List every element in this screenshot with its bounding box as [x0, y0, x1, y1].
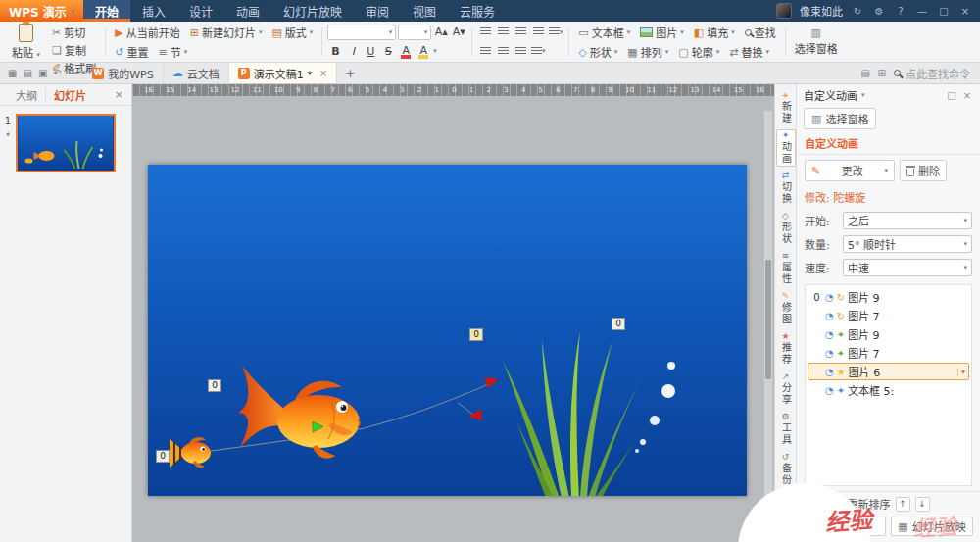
align-right-button[interactable] — [513, 25, 528, 40]
bullets-button[interactable] — [477, 43, 493, 59]
goldfish-small[interactable] — [170, 437, 211, 468]
reorder-up-button[interactable]: ↑ — [896, 497, 910, 512]
italic-button[interactable]: I — [345, 43, 361, 59]
animation-list-item[interactable]: 0 ◔ ↻ 图片 9 ▾ — [808, 288, 969, 306]
replace-button[interactable]: ⇄替换▾ — [725, 43, 773, 61]
animation-list-item[interactable]: ◔ ✦ 图片 9 ▾ — [808, 325, 969, 343]
settings-icon[interactable]: ⚙ — [872, 6, 886, 17]
minimize-icon[interactable]: — — [915, 6, 929, 17]
animation-list-item[interactable]: ◔ ✦ 文本框 5: ▾ — [808, 381, 969, 399]
justify-button[interactable] — [530, 25, 546, 40]
side-tab[interactable]: ↺ 备份 — [776, 451, 796, 488]
save-icon[interactable]: ▦ — [8, 68, 17, 78]
strikethrough-button[interactable]: S — [380, 43, 396, 59]
side-tab[interactable]: + 新建 — [776, 89, 796, 126]
layout-button[interactable]: ▤版式▾ — [268, 24, 317, 41]
copy-button[interactable]: ❏复制 — [48, 41, 100, 59]
select-pane-button-ribbon[interactable]: ▥ 选择窗格 — [789, 24, 844, 60]
align-left-button[interactable] — [477, 25, 493, 40]
refresh-icon[interactable]: ↻ — [851, 6, 864, 17]
arrange-button[interactable]: ▦排列▾ — [623, 43, 672, 61]
tab-my-wps[interactable]: W 我的WPS — [83, 63, 164, 83]
app-menu-button[interactable]: WPS 演示 ▾ — [0, 0, 83, 22]
close-panel-icon[interactable]: × — [115, 88, 123, 101]
side-tab[interactable]: ⇄ 切换 — [776, 170, 796, 207]
slide[interactable]: 0 0 0 0 — [148, 165, 747, 496]
indent-increase-button[interactable]: ▾ — [530, 43, 546, 59]
font-size-select[interactable]: ▾ — [398, 25, 431, 40]
anim-number-badge[interactable]: 0 — [156, 450, 170, 463]
amount-select[interactable]: 5° 顺时针▾ — [843, 235, 972, 253]
export-icon[interactable]: ▤ — [23, 68, 31, 78]
tab-outline[interactable]: 大纲 — [8, 87, 45, 103]
fill-button[interactable]: ◧填充▾ — [690, 24, 739, 41]
redo-icon[interactable]: ↷ — [68, 68, 75, 78]
tab-cloud-docs[interactable]: ☁ 云文档 — [164, 63, 229, 83]
side-tab[interactable]: ≡ 属性 — [776, 250, 796, 287]
print-icon[interactable]: ▣ — [38, 68, 47, 78]
animation-list-item[interactable]: ◔ ★ 图片 6 ▾ — [808, 363, 969, 380]
side-tab[interactable]: ✦ 动画 — [776, 129, 796, 167]
side-tab[interactable]: ◇ 形状 — [776, 210, 796, 247]
new-tab-button[interactable]: + — [337, 63, 364, 83]
select-pane-button[interactable]: ▥ 选择窗格 — [804, 108, 876, 129]
close-icon[interactable]: × — [958, 6, 972, 17]
help-icon[interactable]: ? — [894, 6, 907, 17]
font-color-button[interactable]: A — [398, 43, 414, 59]
chevron-down-icon[interactable]: ▾ — [861, 91, 865, 99]
outline-button[interactable]: ▢轮廓▾ — [674, 43, 723, 61]
start-select[interactable]: 之后▾ — [843, 212, 972, 229]
increase-font-icon[interactable]: A▴ — [433, 25, 449, 40]
find-button[interactable]: 查找 — [741, 24, 780, 41]
ribbon-tab[interactable]: 插入 — [130, 0, 177, 22]
seaweed[interactable] — [503, 331, 655, 496]
ribbon-tab[interactable]: 开始 — [83, 0, 130, 22]
ribbon-tab[interactable]: 设计 — [177, 0, 224, 22]
speed-select[interactable]: 中速▾ — [843, 259, 972, 276]
avatar[interactable] — [776, 3, 792, 19]
delete-effect-button[interactable]: 删除 — [900, 160, 947, 181]
tab-presentation1[interactable]: P 演示文稿1 * × — [229, 63, 337, 83]
ribbon-tab[interactable]: 动画 — [224, 0, 271, 22]
side-tab[interactable]: ✎ 修图 — [776, 290, 796, 327]
line-spacing-button[interactable]: ▾ — [548, 25, 564, 40]
play-from-current-button[interactable]: ▶从当前开始 — [111, 24, 183, 41]
close-panel-icon[interactable]: × — [961, 90, 973, 101]
grid-icon[interactable]: ⊞ — [878, 68, 886, 78]
align-center-button[interactable] — [495, 25, 511, 40]
ribbon-tab[interactable]: 审阅 — [354, 0, 401, 22]
ribbon-tab[interactable]: 幻灯片放映 — [271, 0, 354, 22]
indent-decrease-button[interactable] — [513, 43, 528, 59]
highlight-color-button[interactable]: A — [416, 43, 431, 59]
font-family-select[interactable]: ▾ — [327, 25, 396, 40]
canvas[interactable]: 0 0 0 0 — [132, 96, 774, 542]
restore-icon[interactable]: □ — [937, 6, 951, 17]
paste-button[interactable]: 粘贴 ▾ — [6, 24, 46, 60]
scrollbar-thumb[interactable] — [765, 260, 771, 379]
picture-button[interactable]: 图片▾ — [636, 24, 688, 41]
tab-slides[interactable]: 幻灯片 — [45, 87, 94, 103]
close-tab-icon[interactable]: × — [319, 68, 327, 78]
ribbon-tab[interactable]: 视图 — [401, 0, 448, 22]
numbering-button[interactable] — [495, 43, 511, 59]
reset-button[interactable]: ↺重置 — [111, 43, 152, 61]
textbox-button[interactable]: ▭文本框▾ — [574, 24, 634, 41]
anim-number-badge[interactable]: 0 — [208, 379, 221, 392]
ribbon-tab[interactable]: 云服务 — [448, 0, 507, 22]
slide-thumbnail[interactable] — [16, 114, 116, 172]
shapes-button[interactable]: ◇形状▾ — [574, 43, 621, 61]
side-tab[interactable]: ⚙ 工具 — [776, 411, 796, 448]
undo-icon[interactable]: ↶ — [53, 68, 61, 78]
anim-number-badge[interactable]: 0 — [469, 328, 483, 341]
change-effect-button[interactable]: ✎ 更改 ▾ — [805, 160, 895, 181]
user-name[interactable]: 像束如此 — [800, 3, 843, 19]
view-switch-icon[interactable]: ▤ — [860, 68, 869, 78]
reorder-down-button[interactable]: ↓ — [915, 497, 930, 512]
horizontal-ruler[interactable]: 1615141312111098765432101234567891011121… — [132, 84, 774, 96]
undock-icon[interactable]: □ — [946, 90, 957, 101]
animation-list-item[interactable]: ◔ ↻ 图片 7 ▾ — [808, 307, 969, 324]
animation-list-item[interactable]: ◔ ✦ 图片 7 ▾ — [808, 344, 969, 362]
vertical-scrollbar[interactable] — [763, 110, 773, 538]
underline-button[interactable]: U — [363, 43, 378, 59]
item-dropdown-icon[interactable]: ▾ — [957, 368, 965, 376]
